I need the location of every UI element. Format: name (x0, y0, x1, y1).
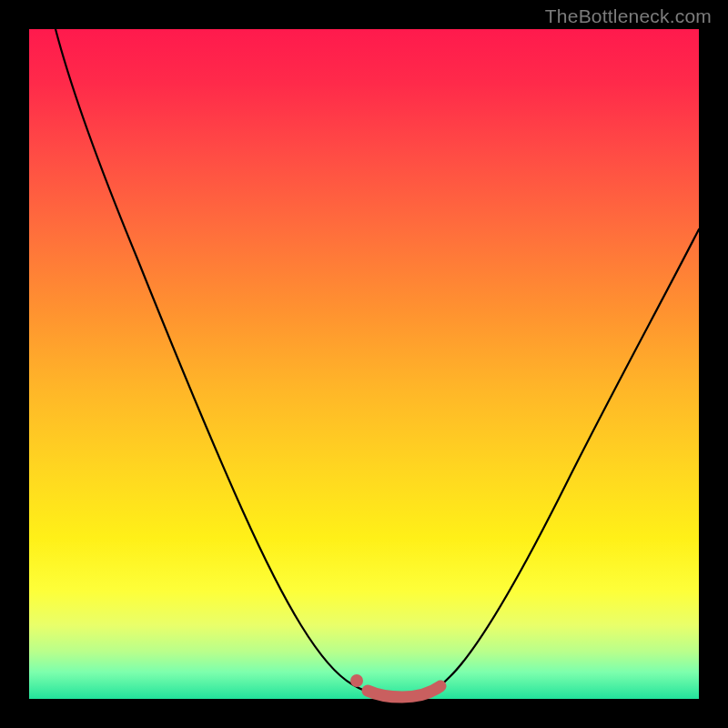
min-start-dot (350, 674, 363, 687)
bottleneck-curve (56, 29, 699, 697)
curve-layer (29, 29, 699, 699)
min-region-highlight (368, 686, 440, 697)
watermark-text: TheBottleneck.com (545, 5, 712, 27)
chart-stage: TheBottleneck.com (0, 0, 728, 728)
